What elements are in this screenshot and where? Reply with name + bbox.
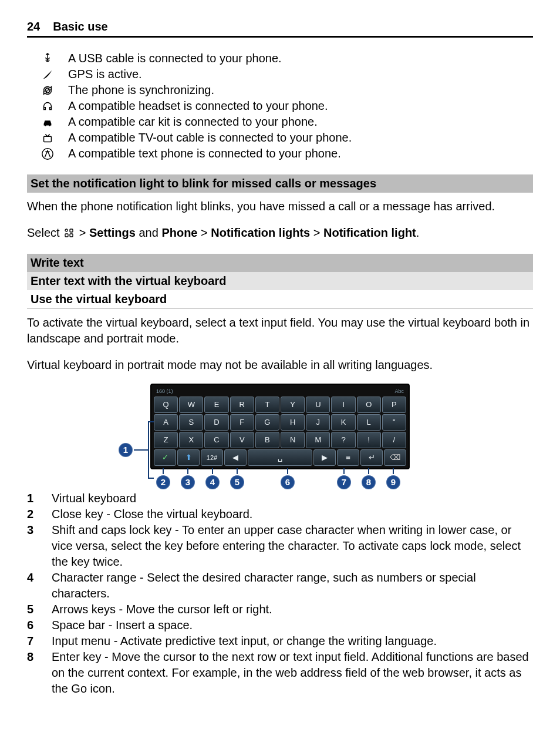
- legend-num: 1: [27, 491, 48, 506]
- tvout-icon: [27, 132, 68, 145]
- key-k[interactable]: K: [331, 414, 355, 431]
- char-counter: 160 (1): [156, 388, 173, 395]
- callout-circle: 3: [181, 475, 195, 489]
- path-notif-light: Notification light: [323, 226, 416, 239]
- legend-row: 4Character range - Select the desired ch…: [27, 570, 533, 602]
- callout-7: 7: [337, 468, 351, 489]
- key-x[interactable]: X: [179, 432, 203, 448]
- path-phone: Phone: [161, 226, 197, 239]
- key-g[interactable]: G: [255, 414, 279, 431]
- callout-circle: 1: [119, 443, 133, 457]
- section-heading-write: Write text: [27, 254, 533, 272]
- input-mode-label: Abc: [394, 388, 404, 395]
- legend-num: 5: [27, 602, 48, 617]
- key-b[interactable]: B: [255, 432, 279, 448]
- callout-circle: 8: [362, 475, 376, 489]
- page-title: Basic use: [53, 19, 107, 35]
- legend-num: 8: [27, 649, 48, 665]
- legend-num: 7: [27, 633, 48, 649]
- menu-grid-icon: [64, 228, 75, 239]
- key-backspace[interactable]: ⌫: [384, 449, 406, 466]
- key-o[interactable]: O: [357, 397, 381, 413]
- select-path-line: Select > Settings and Phone > Notificati…: [27, 225, 533, 241]
- key-j[interactable]: J: [306, 414, 330, 431]
- key-space[interactable]: ␣: [248, 449, 312, 466]
- legend-text: Arrows keys - Move the cursor left or ri…: [52, 602, 533, 617]
- key-exclaim[interactable]: !: [357, 432, 381, 448]
- key-w[interactable]: W: [179, 397, 203, 413]
- key-enter[interactable]: ↵: [360, 449, 383, 466]
- key-s[interactable]: S: [179, 414, 203, 431]
- callout-circle: 9: [386, 475, 400, 489]
- status-icon-list: A USB cable is connected to your phone. …: [27, 51, 533, 162]
- callout-1: 1: [119, 421, 154, 479]
- key-a[interactable]: A: [154, 414, 178, 431]
- key-i[interactable]: I: [331, 397, 355, 413]
- legend-num: 2: [27, 506, 48, 522]
- key-l[interactable]: L: [357, 414, 381, 431]
- status-text: The phone is synchronizing.: [68, 82, 533, 98]
- keyboard-row-1: Q W E R T Y U I O P: [154, 397, 406, 413]
- key-z[interactable]: Z: [154, 432, 178, 448]
- page-number: 24: [27, 19, 40, 35]
- key-r[interactable]: R: [230, 397, 254, 413]
- legend-row: 5Arrows keys - Move the cursor left or r…: [27, 602, 533, 617]
- callout-3: 3: [181, 468, 195, 489]
- svg-point-4: [65, 229, 68, 231]
- key-t[interactable]: T: [255, 397, 279, 413]
- status-text: A compatible car kit is connected to you…: [68, 114, 533, 130]
- key-h[interactable]: H: [281, 414, 305, 431]
- key-shift[interactable]: ⬆: [177, 449, 200, 466]
- callout-2: 2: [156, 468, 170, 489]
- legend-text: Virtual keyboard: [52, 491, 533, 506]
- svg-rect-7: [70, 234, 73, 237]
- key-close[interactable]: ✓: [154, 449, 176, 466]
- key-f[interactable]: F: [230, 414, 254, 431]
- key-c[interactable]: C: [204, 432, 228, 448]
- legend-text: Character range - Select the desired cha…: [52, 570, 533, 602]
- key-d[interactable]: D: [204, 414, 228, 431]
- notification-paragraph: When the phone notification light blinks…: [27, 199, 533, 214]
- key-arrow-right[interactable]: ▶: [313, 449, 336, 466]
- legend-row: 6Space bar - Insert a space.: [27, 617, 533, 633]
- key-slash[interactable]: /: [382, 432, 406, 448]
- key-m[interactable]: M: [306, 432, 330, 448]
- key-input-menu[interactable]: ≡: [337, 449, 359, 466]
- callout-circle: 6: [281, 475, 295, 489]
- sync-icon: [27, 84, 68, 97]
- legend-text: Input menu - Activate predictive text in…: [52, 633, 533, 649]
- select-prefix: Select: [27, 226, 63, 239]
- key-n[interactable]: N: [281, 432, 305, 448]
- legend-text: Shift and caps lock key - To enter an up…: [52, 522, 533, 570]
- section-subheading-enter: Enter text with the virtual keyboard: [27, 272, 533, 290]
- legend-num: 4: [27, 570, 48, 586]
- keyboard-legend: 1Virtual keyboard 2Close key - Close the…: [27, 491, 533, 697]
- key-e[interactable]: E: [204, 397, 228, 413]
- callout-circle: 5: [230, 475, 244, 489]
- key-char-range[interactable]: 12#: [201, 449, 223, 466]
- legend-text: Space bar - Insert a space.: [52, 617, 533, 633]
- svg-rect-2: [44, 136, 52, 142]
- callout-circle: 2: [156, 475, 170, 489]
- key-p[interactable]: P: [382, 397, 406, 413]
- legend-num: 6: [27, 617, 48, 633]
- suffix: .: [416, 226, 420, 239]
- key-y[interactable]: Y: [281, 397, 305, 413]
- key-q[interactable]: Q: [154, 397, 178, 413]
- page-header: 24 Basic use: [27, 19, 533, 38]
- key-question[interactable]: ?: [331, 432, 355, 448]
- carkit-icon: [27, 116, 68, 129]
- key-quote[interactable]: ": [382, 414, 406, 431]
- status-text: A compatible text phone is connected to …: [68, 146, 533, 162]
- legend-num: 3: [27, 522, 48, 538]
- key-arrow-left[interactable]: ◀: [224, 449, 247, 466]
- legend-text: Enter key - Move the cursor to the next …: [52, 649, 533, 697]
- section-heading-notification: Set the notification light to blink for …: [27, 174, 533, 193]
- gt: >: [201, 226, 211, 239]
- key-u[interactable]: U: [306, 397, 330, 413]
- legend-row: 7Input menu - Activate predictive text i…: [27, 633, 533, 649]
- bottom-callouts: 2 3 4 5 6 7 8 9: [153, 468, 400, 489]
- key-v[interactable]: V: [230, 432, 254, 448]
- legend-row: 3Shift and caps lock key - To enter an u…: [27, 522, 533, 570]
- headset-icon: [27, 100, 68, 113]
